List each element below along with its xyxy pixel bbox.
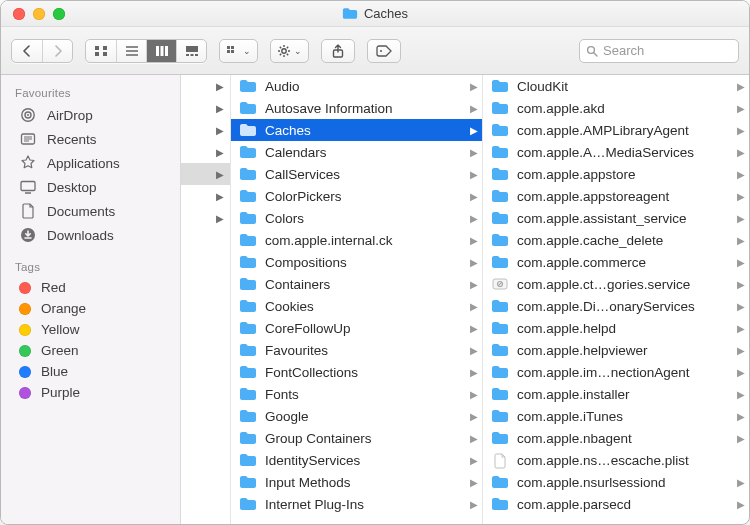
tag-dot-icon (19, 303, 31, 315)
chevron-right-icon: ▶ (470, 345, 478, 356)
svg-rect-7 (186, 46, 198, 52)
search-field[interactable]: Search (579, 39, 739, 63)
list-item[interactable]: ▶ (181, 119, 230, 141)
list-item-selected[interactable]: Caches▶ (231, 119, 482, 141)
list-item[interactable]: Input Methods▶ (231, 471, 482, 493)
list-item[interactable]: Autosave Information▶ (231, 97, 482, 119)
svg-rect-11 (227, 46, 230, 49)
list-item[interactable]: CallServices▶ (231, 163, 482, 185)
list-item[interactable]: com.apple.helpd▶ (483, 317, 749, 339)
chevron-right-icon: ▶ (737, 81, 745, 92)
item-label: Colors (265, 211, 462, 226)
list-item[interactable]: com.apple.assistant_service▶ (483, 207, 749, 229)
list-item-selected[interactable]: ▶ (181, 163, 230, 185)
item-label: Internet Plug-Ins (265, 497, 462, 512)
sidebar-item-desktop[interactable]: Desktop (1, 175, 180, 199)
list-item[interactable]: ▶ (181, 207, 230, 229)
list-item[interactable]: IdentityServices▶ (231, 449, 482, 471)
item-label: Cookies (265, 299, 462, 314)
list-item[interactable]: com.apple.ns…escache.plist (483, 449, 749, 471)
group-by-button[interactable]: ⌄ (219, 39, 258, 63)
tags-button[interactable] (367, 39, 401, 63)
list-item[interactable]: com.apple.nbagent▶ (483, 427, 749, 449)
zoom-window-button[interactable] (53, 8, 65, 20)
close-window-button[interactable] (13, 8, 25, 20)
list-item[interactable]: Compositions▶ (231, 251, 482, 273)
list-item[interactable]: ▶ (181, 97, 230, 119)
action-button[interactable]: ⌄ (270, 39, 309, 63)
list-item[interactable]: com.apple.cache_delete▶ (483, 229, 749, 251)
sidebar-item-airdrop[interactable]: AirDrop (1, 103, 180, 127)
column-view-button[interactable] (146, 40, 176, 62)
share-button[interactable] (321, 39, 355, 63)
list-item[interactable]: com.apple.appstoreagent▶ (483, 185, 749, 207)
list-item[interactable]: com.apple.ct…gories.service▶ (483, 273, 749, 295)
list-item[interactable]: Audio▶ (231, 75, 482, 97)
folder-icon (239, 365, 257, 379)
list-item[interactable]: ColorPickers▶ (231, 185, 482, 207)
list-item[interactable]: FontCollections▶ (231, 361, 482, 383)
sidebar-item-downloads[interactable]: Downloads (1, 223, 180, 247)
item-label: Containers (265, 277, 462, 292)
list-item[interactable]: com.apple.akd▶ (483, 97, 749, 119)
sidebar-item-documents[interactable]: Documents (1, 199, 180, 223)
list-item[interactable]: com.apple.installer▶ (483, 383, 749, 405)
list-item[interactable]: com.apple.nsurlsessiond▶ (483, 471, 749, 493)
minimize-window-button[interactable] (33, 8, 45, 20)
sidebar-tag-red[interactable]: Red (1, 277, 180, 298)
folder-icon (239, 299, 257, 313)
chevron-right-icon: ▶ (470, 169, 478, 180)
item-label: com.apple.akd (517, 101, 729, 116)
list-item[interactable]: ▶ (181, 141, 230, 163)
list-item[interactable]: Cookies▶ (231, 295, 482, 317)
list-item[interactable]: com.apple.internal.ck▶ (231, 229, 482, 251)
recents-icon (19, 130, 37, 148)
sidebar-tag-orange[interactable]: Orange (1, 298, 180, 319)
list-view-button[interactable] (116, 40, 146, 62)
icon-view-button[interactable] (86, 40, 116, 62)
list-item[interactable]: Colors▶ (231, 207, 482, 229)
list-item[interactable]: Favourites▶ (231, 339, 482, 361)
sidebar-tag-yellow[interactable]: Yellow (1, 319, 180, 340)
list-item[interactable]: com.apple.commerce▶ (483, 251, 749, 273)
sidebar-tag-green[interactable]: Green (1, 340, 180, 361)
list-item[interactable]: com.apple.helpviewer▶ (483, 339, 749, 361)
list-item[interactable]: Internet Plug-Ins▶ (231, 493, 482, 515)
folder-icon (239, 79, 257, 93)
chevron-right-icon: ▶ (470, 103, 478, 114)
list-item[interactable]: com.apple.iTunes▶ (483, 405, 749, 427)
item-label: com.apple.helpd (517, 321, 729, 336)
list-item[interactable]: Containers▶ (231, 273, 482, 295)
column-grandparent: ▶ ▶ ▶ ▶ ▶ ▶ ▶ (181, 75, 231, 524)
folder-icon (239, 145, 257, 159)
sidebar-item-applications[interactable]: Applications (1, 151, 180, 175)
list-item[interactable]: ▶ (181, 75, 230, 97)
list-item[interactable]: Fonts▶ (231, 383, 482, 405)
chevron-right-icon: ▶ (470, 323, 478, 334)
forward-button[interactable] (42, 40, 72, 62)
list-item[interactable]: Group Containers▶ (231, 427, 482, 449)
list-item[interactable]: Google▶ (231, 405, 482, 427)
back-button[interactable] (12, 40, 42, 62)
folder-icon (491, 123, 509, 137)
list-item[interactable]: com.apple.appstore▶ (483, 163, 749, 185)
list-item[interactable]: com.apple.im…nectionAgent▶ (483, 361, 749, 383)
chevron-right-icon: ▶ (470, 191, 478, 202)
sidebar-item-recents[interactable]: Recents (1, 127, 180, 151)
list-item[interactable]: ▶ (181, 185, 230, 207)
item-label: Favourites (265, 343, 462, 358)
sidebar-item-label: Applications (47, 156, 120, 171)
item-label: CallServices (265, 167, 462, 182)
list-item[interactable]: Calendars▶ (231, 141, 482, 163)
list-item[interactable]: com.apple.Di…onaryServices▶ (483, 295, 749, 317)
sidebar-item-label: Orange (41, 301, 86, 316)
list-item[interactable]: CoreFollowUp▶ (231, 317, 482, 339)
sidebar-tag-purple[interactable]: Purple (1, 382, 180, 403)
list-item[interactable]: com.apple.parsecd▶ (483, 493, 749, 515)
svg-rect-12 (231, 46, 234, 49)
list-item[interactable]: CloudKit▶ (483, 75, 749, 97)
list-item[interactable]: com.apple.A…MediaServices▶ (483, 141, 749, 163)
sidebar-tag-blue[interactable]: Blue (1, 361, 180, 382)
list-item[interactable]: com.apple.AMPLibraryAgent▶ (483, 119, 749, 141)
gallery-view-button[interactable] (176, 40, 206, 62)
